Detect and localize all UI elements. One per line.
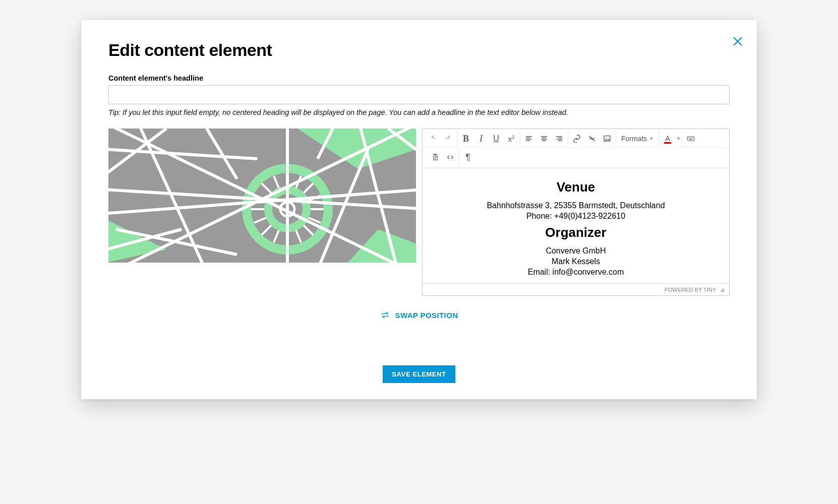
bold-icon[interactable]: B bbox=[458, 131, 473, 146]
svg-rect-46 bbox=[693, 138, 693, 138]
rich-text-editor: B I U x2 Formats bbox=[422, 129, 730, 296]
svg-rect-42 bbox=[688, 137, 694, 141]
superscript-icon[interactable]: x2 bbox=[504, 131, 519, 146]
formats-label: Formats bbox=[621, 135, 647, 143]
text-color-icon[interactable]: A bbox=[660, 131, 675, 146]
underline-icon[interactable]: U bbox=[489, 131, 504, 146]
formats-dropdown[interactable]: Formats ▼ bbox=[617, 131, 657, 146]
organizer-email: Email: info@converve.com bbox=[432, 268, 720, 277]
resize-handle-icon[interactable] bbox=[720, 288, 724, 292]
swap-label: SWAP POSITION bbox=[395, 311, 458, 320]
venue-address: Bahnhofstrasse 3, 25355 Barmstedt, Deuts… bbox=[432, 201, 720, 210]
editor-statusbar: POWERED BY TINY bbox=[423, 283, 729, 295]
align-right-icon[interactable] bbox=[552, 131, 567, 146]
chevron-down-icon[interactable]: ▼ bbox=[676, 136, 681, 141]
paste-icon[interactable]: T bbox=[428, 150, 443, 165]
headline-label: Content element's headline bbox=[108, 74, 730, 82]
editor-content-area[interactable]: Venue Bahnhofstrasse 3, 25355 Barmstedt,… bbox=[423, 168, 729, 283]
close-icon[interactable] bbox=[732, 35, 744, 49]
code-icon[interactable] bbox=[443, 150, 458, 165]
svg-rect-47 bbox=[689, 139, 693, 140]
modal-title: Edit content element bbox=[108, 40, 730, 60]
paragraph-icon[interactable]: ¶ bbox=[460, 150, 475, 165]
editor-toolbar: B I U x2 Formats bbox=[423, 129, 729, 168]
headline-tip: Tip: If you let this input field empty, … bbox=[108, 108, 730, 116]
image-icon[interactable] bbox=[600, 131, 615, 146]
svg-point-41 bbox=[606, 138, 607, 139]
redo-icon[interactable] bbox=[441, 131, 456, 146]
swap-position-button[interactable]: SWAP POSITION bbox=[108, 310, 730, 320]
align-center-icon[interactable] bbox=[536, 131, 552, 146]
save-element-button[interactable]: SAVE ELEMENT bbox=[383, 365, 455, 383]
align-left-icon[interactable] bbox=[521, 131, 536, 146]
undo-icon[interactable] bbox=[426, 131, 441, 146]
svg-rect-43 bbox=[689, 138, 689, 138]
headline-input[interactable] bbox=[108, 85, 730, 104]
svg-text:T: T bbox=[436, 157, 437, 160]
svg-rect-45 bbox=[691, 138, 692, 138]
organizer-heading: Organizer bbox=[432, 225, 720, 240]
venue-phone: Phone: +49(0)4123-922610 bbox=[432, 212, 720, 221]
svg-rect-49 bbox=[434, 154, 436, 155]
swap-icon bbox=[380, 310, 390, 320]
tiny-branding: POWERED BY TINY bbox=[665, 287, 716, 293]
edit-content-modal: Edit content element Content element's h… bbox=[81, 20, 757, 399]
organizer-person: Mark Kessels bbox=[432, 257, 720, 266]
organizer-company: Converve GmbH bbox=[432, 246, 720, 256]
venue-heading: Venue bbox=[432, 179, 720, 195]
link-icon[interactable] bbox=[569, 131, 584, 146]
keyboard-icon[interactable] bbox=[683, 131, 698, 146]
unlink-icon[interactable] bbox=[584, 131, 600, 146]
svg-rect-44 bbox=[690, 138, 690, 138]
map-image bbox=[108, 129, 416, 263]
italic-icon[interactable]: I bbox=[473, 131, 489, 146]
content-row: B I U x2 Formats bbox=[108, 129, 730, 296]
chevron-down-icon: ▼ bbox=[649, 136, 653, 141]
